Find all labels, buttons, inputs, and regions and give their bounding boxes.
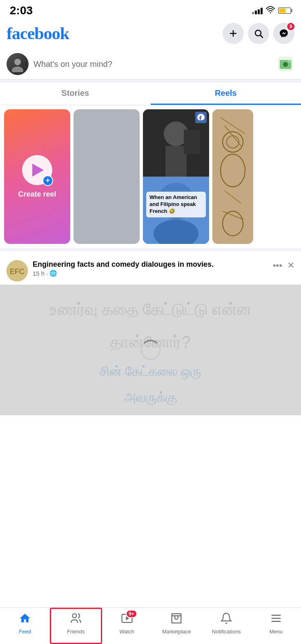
status-icons <box>252 6 291 15</box>
tab-stories[interactable]: Stories <box>0 83 151 105</box>
nav-item-marketplace[interactable]: Marketplace <box>152 608 201 644</box>
svg-point-10 <box>288 60 290 62</box>
wifi-icon <box>266 6 275 15</box>
svg-point-6 <box>12 66 23 72</box>
photo-icon-button[interactable] <box>276 55 294 73</box>
post-meta: 15 h · 🌐 <box>33 270 273 277</box>
post-close-button[interactable]: ✕ <box>287 260 294 271</box>
post-author: Engineering facts and comedy dialouges i… <box>33 260 273 269</box>
divider-1 <box>0 80 301 83</box>
status-time: 2:03 <box>10 4 33 17</box>
post-more-button[interactable]: ••• <box>273 260 282 271</box>
post-header: EFC Engineering facts and comedy dialoug… <box>0 255 301 285</box>
svg-text:EFC: EFC <box>10 268 25 276</box>
reel-card-blank[interactable] <box>74 109 140 244</box>
post-info: Engineering facts and comedy dialouges i… <box>33 260 273 277</box>
tabs-container: Stories Reels <box>0 83 301 105</box>
svg-point-29 <box>72 614 76 618</box>
svg-point-5 <box>14 59 21 65</box>
post-header-actions: ••• ✕ <box>273 260 294 271</box>
nav-item-feed[interactable]: Feed <box>0 608 50 644</box>
tab-reels[interactable]: Reels <box>151 83 301 105</box>
reels-container: + Create reel <box>0 105 301 248</box>
nav-label-feed: Feed <box>19 629 31 635</box>
reel-card-tattoo[interactable] <box>212 109 253 244</box>
svg-rect-14 <box>184 130 200 154</box>
reel-text-overlay: When an American and Filipino speak Fren… <box>146 192 206 217</box>
loading-spinner <box>140 340 161 360</box>
menu-icon <box>270 612 282 627</box>
nav-item-friends[interactable]: Friends <box>50 608 102 644</box>
nav-label-menu: Menu <box>270 629 283 635</box>
header-actions: 9 <box>223 23 294 44</box>
nav-label-watch: Watch <box>119 629 134 635</box>
nav-item-watch[interactable]: 9+ Watch <box>102 608 152 644</box>
nav-item-menu[interactable]: Menu <box>251 608 301 644</box>
svg-point-0 <box>270 12 271 13</box>
bottom-nav: Feed Friends 9+ Watch <box>0 607 301 644</box>
watch-badge: 9+ <box>126 610 137 618</box>
divider-2 <box>0 248 301 251</box>
user-avatar <box>7 53 29 75</box>
post-avatar: EFC <box>7 260 28 281</box>
create-reel-label: Create reel <box>18 190 56 199</box>
svg-rect-13 <box>165 146 187 177</box>
marketplace-icon <box>170 612 183 627</box>
reel-card-video[interactable]: When an American and Filipino speak Fren… <box>143 109 209 244</box>
svg-line-4 <box>261 35 263 38</box>
messenger-button[interactable]: 9 <box>273 23 294 44</box>
post-input-field[interactable]: What's on your mind? <box>33 60 272 69</box>
nav-item-notifications[interactable]: Notifications <box>201 608 251 644</box>
post-image: உணர்வு கதை கேட்டுட்டு என்ன தான்னோர்? சின… <box>0 285 301 415</box>
fb-logo: facebook <box>7 24 69 43</box>
signal-icon <box>252 7 263 14</box>
home-icon <box>19 612 31 627</box>
messenger-badge: 9 <box>286 22 295 31</box>
post-input-area: What's on your mind? <box>0 49 301 80</box>
header: facebook 9 <box>0 20 301 49</box>
globe-icon: 🌐 <box>49 270 57 277</box>
svg-rect-18 <box>212 109 253 244</box>
bell-icon <box>220 612 232 627</box>
svg-point-9 <box>283 62 288 67</box>
nav-label-notifications: Notifications <box>212 629 241 635</box>
watch-icon: 9+ <box>121 612 133 627</box>
nav-label-friends: Friends <box>67 629 85 635</box>
status-bar: 2:03 <box>0 0 301 20</box>
add-button[interactable] <box>223 23 244 44</box>
friends-icon <box>70 612 82 627</box>
nav-label-marketplace: Marketplace <box>162 629 191 635</box>
create-reel-card[interactable]: + Create reel <box>4 109 70 244</box>
battery-icon <box>278 7 291 14</box>
post-card: EFC Engineering facts and comedy dialoug… <box>0 255 301 415</box>
search-button[interactable] <box>248 23 269 44</box>
